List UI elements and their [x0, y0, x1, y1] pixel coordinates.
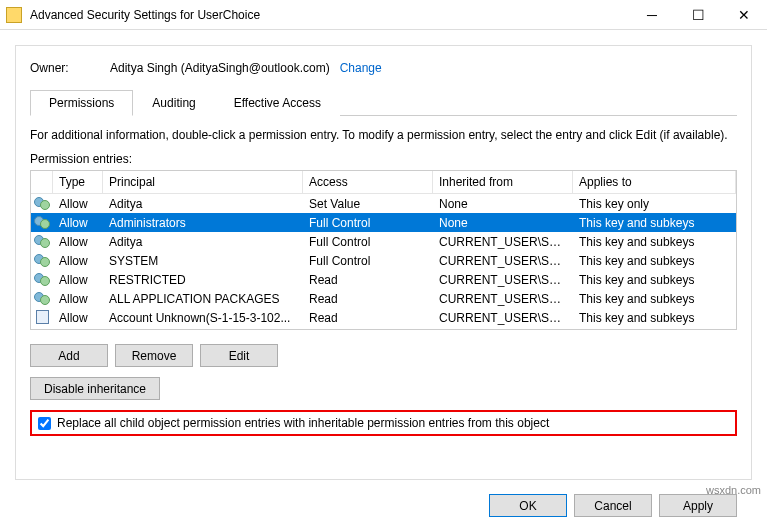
add-button[interactable]: Add — [30, 344, 108, 367]
cell-principal: Aditya — [103, 195, 303, 213]
owner-label: Owner: — [30, 61, 110, 75]
apply-button[interactable]: Apply — [659, 494, 737, 517]
replace-checkbox-row: Replace all child object permission entr… — [30, 410, 737, 436]
col-principal[interactable]: Principal — [103, 171, 303, 193]
table-row[interactable]: AllowRESTRICTEDReadCURRENT_USER\Soft...T… — [31, 270, 736, 289]
cell-principal: ALL APPLICATION PACKAGES — [103, 290, 303, 308]
tabstrip: Permissions Auditing Effective Access — [30, 89, 737, 116]
replace-checkbox[interactable] — [38, 417, 51, 430]
cancel-button[interactable]: Cancel — [574, 494, 652, 517]
cell-access: Full Control — [303, 214, 433, 232]
col-inherited[interactable]: Inherited from — [433, 171, 573, 193]
cell-access: Full Control — [303, 233, 433, 251]
cell-principal: RESTRICTED — [103, 271, 303, 289]
cell-access: Read — [303, 290, 433, 308]
cell-type: Allow — [53, 309, 103, 327]
users-icon — [34, 214, 50, 228]
info-text: For additional information, double-click… — [30, 128, 737, 142]
disable-inheritance-button[interactable]: Disable inheritance — [30, 377, 160, 400]
cell-applies: This key and subkeys — [573, 271, 736, 289]
cell-type: Allow — [53, 233, 103, 251]
cell-inherited: CURRENT_USER\Soft... — [433, 271, 573, 289]
cell-type: Allow — [53, 214, 103, 232]
grid-header: Type Principal Access Inherited from App… — [31, 171, 736, 194]
maximize-button[interactable]: ☐ — [675, 0, 721, 30]
cell-access: Set Value — [303, 195, 433, 213]
cell-access: Full Control — [303, 252, 433, 270]
cell-principal: Administrators — [103, 214, 303, 232]
cell-applies: This key and subkeys — [573, 309, 736, 327]
tab-permissions[interactable]: Permissions — [30, 90, 133, 116]
table-row[interactable]: AllowAdministratorsFull ControlNoneThis … — [31, 213, 736, 232]
replace-checkbox-label[interactable]: Replace all child object permission entr… — [57, 416, 549, 430]
watermark: wsxdn.com — [706, 484, 761, 496]
cell-inherited: CURRENT_USER\Soft... — [433, 309, 573, 327]
owner-row: Owner: Aditya Singh (AdityaSingh@outlook… — [30, 61, 737, 75]
tab-auditing[interactable]: Auditing — [133, 90, 214, 116]
cell-applies: This key and subkeys — [573, 290, 736, 308]
permission-grid[interactable]: Type Principal Access Inherited from App… — [30, 170, 737, 330]
remove-button[interactable]: Remove — [115, 344, 193, 367]
cell-principal: Aditya — [103, 233, 303, 251]
cell-type: Allow — [53, 195, 103, 213]
col-type[interactable]: Type — [53, 171, 103, 193]
table-row[interactable]: AllowAdityaSet ValueNoneThis key only — [31, 194, 736, 213]
entries-label: Permission entries: — [30, 152, 737, 166]
cell-type: Allow — [53, 290, 103, 308]
cell-type: Allow — [53, 271, 103, 289]
window-title: Advanced Security Settings for UserChoic… — [28, 8, 629, 22]
users-icon — [34, 195, 50, 209]
cell-access: Read — [303, 271, 433, 289]
cell-inherited: None — [433, 195, 573, 213]
change-owner-link[interactable]: Change — [340, 61, 382, 75]
cell-type: Allow — [53, 252, 103, 270]
ok-button[interactable]: OK — [489, 494, 567, 517]
cell-access: Read — [303, 309, 433, 327]
cell-inherited: CURRENT_USER\Soft... — [433, 252, 573, 270]
col-access[interactable]: Access — [303, 171, 433, 193]
close-button[interactable]: ✕ — [721, 0, 767, 30]
cell-applies: This key only — [573, 195, 736, 213]
edit-button[interactable]: Edit — [200, 344, 278, 367]
users-icon — [34, 271, 50, 285]
users-icon — [34, 252, 50, 266]
cell-applies: This key and subkeys — [573, 252, 736, 270]
cell-inherited: CURRENT_USER\Soft... — [433, 290, 573, 308]
dialog-buttons: OK Cancel Apply — [489, 494, 737, 517]
cell-applies: This key and subkeys — [573, 214, 736, 232]
cell-applies: This key and subkeys — [573, 233, 736, 251]
folder-icon — [6, 7, 22, 23]
cell-inherited: CURRENT_USER\Soft... — [433, 233, 573, 251]
document-icon — [34, 309, 50, 323]
users-icon — [34, 233, 50, 247]
entry-buttons: Add Remove Edit — [30, 344, 737, 367]
col-applies[interactable]: Applies to — [573, 171, 736, 193]
tab-effective-access[interactable]: Effective Access — [215, 90, 340, 116]
cell-inherited: None — [433, 214, 573, 232]
table-row[interactable]: AllowSYSTEMFull ControlCURRENT_USER\Soft… — [31, 251, 736, 270]
table-row[interactable]: AllowALL APPLICATION PACKAGESReadCURRENT… — [31, 289, 736, 308]
disable-inheritance-row: Disable inheritance — [30, 377, 737, 400]
owner-value: Aditya Singh (AdityaSingh@outlook.com) — [110, 61, 330, 75]
table-row[interactable]: AllowAdityaFull ControlCURRENT_USER\Soft… — [31, 232, 736, 251]
grid-body: AllowAdityaSet ValueNoneThis key onlyAll… — [31, 194, 736, 327]
users-icon — [34, 290, 50, 304]
minimize-button[interactable]: ─ — [629, 0, 675, 30]
cell-principal: Account Unknown(S-1-15-3-102... — [103, 309, 303, 327]
content: Owner: Aditya Singh (AdityaSingh@outlook… — [0, 30, 767, 490]
main-panel: Owner: Aditya Singh (AdityaSingh@outlook… — [15, 45, 752, 480]
cell-principal: SYSTEM — [103, 252, 303, 270]
table-row[interactable]: AllowAccount Unknown(S-1-15-3-102...Read… — [31, 308, 736, 327]
titlebar: Advanced Security Settings for UserChoic… — [0, 0, 767, 30]
